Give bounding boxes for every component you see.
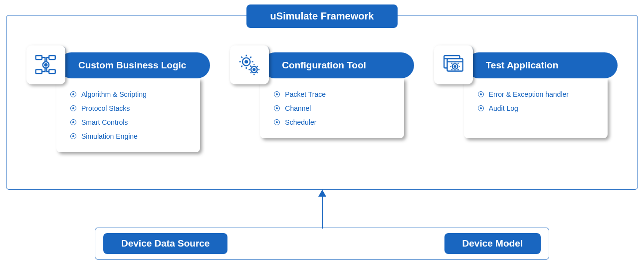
card-body: Error & Exception handler Audit Log [464, 78, 608, 138]
svg-rect-1 [36, 69, 42, 73]
svg-point-5 [45, 64, 47, 66]
svg-rect-0 [36, 55, 42, 59]
framework-title: uSimulate Framework [246, 4, 398, 28]
item-label: Algorithm & Scripting [81, 87, 147, 101]
arrow-line [322, 196, 323, 229]
bullet-icon [478, 91, 484, 97]
bullet-icon [70, 133, 76, 139]
list-item: Smart Controls [70, 115, 190, 129]
item-label: Smart Controls [81, 115, 128, 129]
card-custom-business-logic: Custom Business Logic Algorithm & Script… [26, 45, 210, 152]
list-item: Packet Trace [274, 87, 394, 101]
arrow-up [322, 190, 323, 229]
bullet-icon [70, 119, 76, 125]
bullet-icon [274, 119, 280, 125]
flow-icon [26, 45, 65, 84]
card-body: Algorithm & Scripting Protocol Stacks Sm… [56, 78, 200, 152]
card-configuration-tool: Configuration Tool Packet Trace Channel … [230, 45, 414, 152]
svg-point-7 [245, 60, 248, 63]
bullet-icon [478, 105, 484, 111]
list-item: Simulation Engine [70, 129, 190, 143]
svg-point-9 [253, 68, 255, 70]
list-item: Scheduler [274, 115, 394, 129]
card-body: Packet Trace Channel Scheduler [260, 78, 404, 138]
list-item: Algorithm & Scripting [70, 87, 190, 101]
card-title: Custom Business Logic [58, 52, 210, 78]
item-label: Simulation Engine [81, 129, 138, 143]
item-label: Protocol Stacks [81, 101, 130, 115]
item-label: Scheduler [285, 115, 316, 129]
card-test-application: Test Application Error & Exception handl… [434, 45, 618, 152]
app-gear-icon [434, 45, 473, 84]
list-item: Error & Exception handler [478, 87, 598, 101]
device-model: Device Model [444, 233, 541, 254]
item-label: Audit Log [489, 101, 518, 115]
bullet-icon [274, 91, 280, 97]
list-item: Audit Log [478, 101, 598, 115]
cards-row: Custom Business Logic Algorithm & Script… [6, 15, 638, 152]
bottom-container: Device Data Source Device Model [95, 228, 549, 260]
item-label: Channel [285, 101, 311, 115]
bullet-icon [70, 105, 76, 111]
item-label: Error & Exception handler [489, 87, 569, 101]
device-data-source: Device Data Source [103, 233, 227, 254]
svg-rect-3 [49, 69, 55, 73]
svg-point-13 [454, 66, 455, 67]
gears-icon [230, 45, 269, 84]
card-title: Test Application [466, 52, 618, 78]
svg-rect-2 [49, 55, 55, 59]
framework-container: uSimulate Framework Custom Business Logi… [6, 15, 638, 190]
item-label: Packet Trace [285, 87, 326, 101]
list-item: Protocol Stacks [70, 101, 190, 115]
bullet-icon [70, 91, 76, 97]
card-title: Configuration Tool [262, 52, 414, 78]
bullet-icon [274, 105, 280, 111]
list-item: Channel [274, 101, 394, 115]
